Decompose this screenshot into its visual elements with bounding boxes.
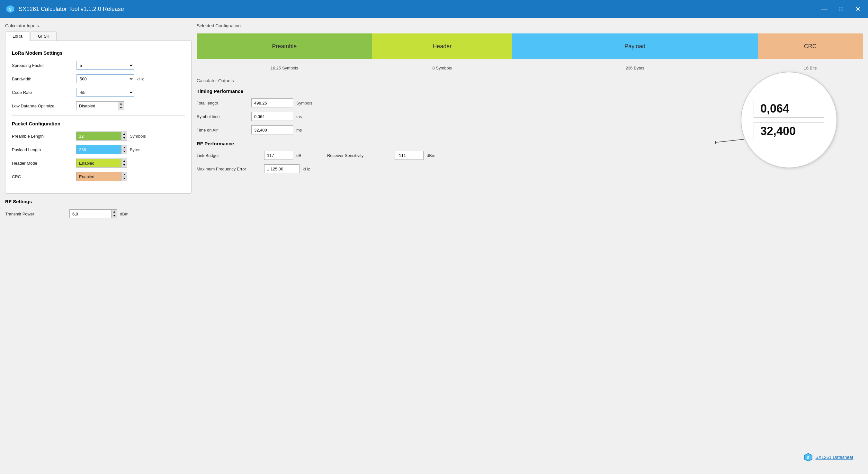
header-mode-row: Header Mode ▲ ▼	[12, 158, 185, 168]
bandwidth-select[interactable]: 500250125	[76, 74, 134, 83]
crc-up-btn[interactable]: ▲	[122, 172, 127, 177]
preamble-length-field[interactable]	[76, 131, 121, 141]
crc-label: CRC	[12, 174, 76, 179]
maximize-button[interactable]: □	[836, 5, 846, 13]
crc-spinner: ▲ ▼	[76, 172, 127, 181]
lora-form-panel: LoRa Modem Settings Spreading Factor 567…	[5, 41, 191, 194]
symbol-time-unit: ms	[296, 114, 302, 119]
max-freq-error-label: Maximum Frequency Error	[197, 167, 261, 171]
header-mode-down-btn[interactable]: ▼	[122, 164, 127, 168]
app-title-group: S SX1261 Calculator Tool v1.1.2.0 Releas…	[5, 4, 124, 14]
low-datarate-label: Low Datarate Optimize	[12, 103, 76, 108]
right-panel: Selected Configuation Preamble Header Pa…	[197, 23, 863, 469]
app-title: SX1261 Calculator Tool v1.1.2.0 Release	[19, 6, 124, 12]
preamble-length-spinner: ▲ ▼	[76, 131, 127, 141]
magnifier-connector	[715, 136, 747, 146]
bandwidth-control: 500250125 kHz	[76, 74, 144, 83]
receiver-sensitivity-label: Receiver Sensitivity	[327, 153, 392, 158]
crc-control: ▲ ▼	[76, 172, 127, 181]
rf-settings-section: RF Settings Transmit Power ▲ ▼ dBm	[5, 199, 191, 218]
transmit-power-control: ▲ ▼ dBm	[69, 209, 128, 218]
payload-sub-label: 236 Bytes	[512, 66, 758, 70]
max-freq-error-field[interactable]	[264, 164, 300, 173]
payload-length-row: Payload Length ▲ ▼ Bytes	[12, 145, 185, 154]
svg-line-2	[715, 139, 744, 143]
time-on-air-unit: ms	[296, 128, 302, 132]
title-bar: S SX1261 Calculator Tool v1.1.2.0 Releas…	[0, 0, 868, 18]
preamble-length-down-btn[interactable]: ▼	[122, 136, 127, 141]
svg-text:S: S	[807, 456, 809, 460]
transmit-power-row: Transmit Power ▲ ▼ dBm	[5, 209, 191, 218]
divider-1	[12, 115, 185, 116]
time-on-air-label: Time on Air	[197, 128, 248, 132]
bandwidth-row: Bandwidth 500250125 kHz	[12, 74, 185, 83]
transmit-power-down-btn[interactable]: ▼	[112, 214, 117, 218]
link-budget-field[interactable]	[264, 151, 293, 160]
header-mode-spinner-btns: ▲ ▼	[121, 158, 127, 168]
packet-diagram: Preamble Header Payload CRC	[197, 33, 863, 59]
symbol-time-field[interactable]	[251, 112, 293, 121]
spreading-factor-control: 5678 9101112	[76, 61, 134, 70]
payload-length-unit: Bytes	[130, 147, 141, 152]
minimize-button[interactable]: —	[819, 5, 830, 13]
payload-length-down-btn[interactable]: ▼	[122, 150, 127, 154]
symbol-time-label: Symbol time	[197, 114, 248, 119]
payload-length-field[interactable]	[76, 145, 121, 154]
payload-length-up-btn[interactable]: ▲	[122, 145, 127, 150]
link-budget-unit: dB	[296, 153, 302, 158]
total-length-field[interactable]	[251, 98, 293, 108]
transmit-power-spinner: ▲ ▼	[69, 209, 117, 218]
tab-gfsk[interactable]: GFSK	[31, 31, 57, 40]
receiver-sensitivity-unit: dBm	[427, 153, 435, 158]
transmit-power-field[interactable]	[69, 209, 111, 218]
transmit-power-label: Transmit Power	[5, 212, 69, 216]
footer-link-section: S SX1261 Datasheet	[803, 452, 853, 463]
window-controls: — □ ✕	[819, 5, 863, 13]
magnifier-container: 0,064 32,400	[741, 72, 837, 168]
low-datarate-row: Low Datarate Optimize ▲ ▼	[12, 101, 185, 110]
calculator-outputs: Calculator Outputs Timing Performance To…	[197, 78, 863, 178]
semtech-logo: S	[803, 452, 813, 463]
low-datarate-up-btn[interactable]: ▲	[118, 101, 124, 106]
receiver-sensitivity-field[interactable]	[395, 151, 424, 160]
preamble-sub-label: 16,25 Symbols	[197, 66, 372, 70]
close-button[interactable]: ✕	[852, 5, 863, 13]
preamble-length-spinner-btns: ▲ ▼	[121, 131, 127, 141]
header-sub-label: 8 Symbols	[372, 66, 512, 70]
packet-crc: CRC	[758, 33, 863, 59]
packet-header: Header	[372, 33, 512, 59]
magnifier-value-2: 32,400	[753, 122, 824, 140]
preamble-length-up-btn[interactable]: ▲	[122, 132, 127, 136]
crc-down-btn[interactable]: ▼	[122, 177, 127, 181]
low-datarate-field[interactable]	[76, 101, 118, 110]
header-mode-spinner: ▲ ▼	[76, 158, 127, 168]
packet-labels: 16,25 Symbols 8 Symbols 236 Bytes 16 Bit…	[197, 66, 863, 70]
header-mode-label: Header Mode	[12, 161, 76, 166]
header-mode-field[interactable]	[76, 158, 121, 168]
code-rate-row: Code Rate 4/54/64/74/8	[12, 88, 185, 97]
total-length-label: Total length	[197, 101, 248, 106]
payload-length-spinner-btns: ▲ ▼	[121, 145, 127, 154]
header-mode-control: ▲ ▼	[76, 158, 127, 168]
magnifier-value-1: 0,064	[753, 100, 824, 118]
time-on-air-field[interactable]	[251, 125, 293, 135]
preamble-length-row: Preamble Length ▲ ▼ Symbols	[12, 131, 185, 141]
link-budget-label: Link Budget	[197, 153, 261, 158]
payload-length-spinner: ▲ ▼	[76, 145, 127, 154]
spreading-factor-row: Spreading Factor 5678 9101112	[12, 61, 185, 70]
calculator-inputs-title: Calculator Inputs	[5, 23, 191, 28]
crc-sub-label: 16 Bits	[758, 66, 863, 70]
transmit-power-up-btn[interactable]: ▲	[112, 210, 117, 214]
spreading-factor-select[interactable]: 5678 9101112	[76, 61, 134, 70]
low-datarate-down-btn[interactable]: ▼	[118, 106, 124, 110]
tab-lora[interactable]: LoRa	[5, 31, 30, 41]
main-content: Calculator Inputs LoRa GFSK LoRa Modem S…	[0, 18, 868, 474]
header-mode-up-btn[interactable]: ▲	[122, 159, 127, 164]
transmit-power-spinner-btns: ▲ ▼	[111, 209, 117, 218]
code-rate-select[interactable]: 4/54/64/74/8	[76, 88, 134, 97]
datasheet-link[interactable]: SX1261 Datasheet	[815, 455, 853, 460]
preamble-length-control: ▲ ▼ Symbols	[76, 131, 146, 141]
crc-field[interactable]	[76, 172, 121, 181]
lora-modem-settings-title: LoRa Modem Settings	[12, 50, 185, 56]
preamble-length-unit: Symbols	[130, 134, 146, 139]
